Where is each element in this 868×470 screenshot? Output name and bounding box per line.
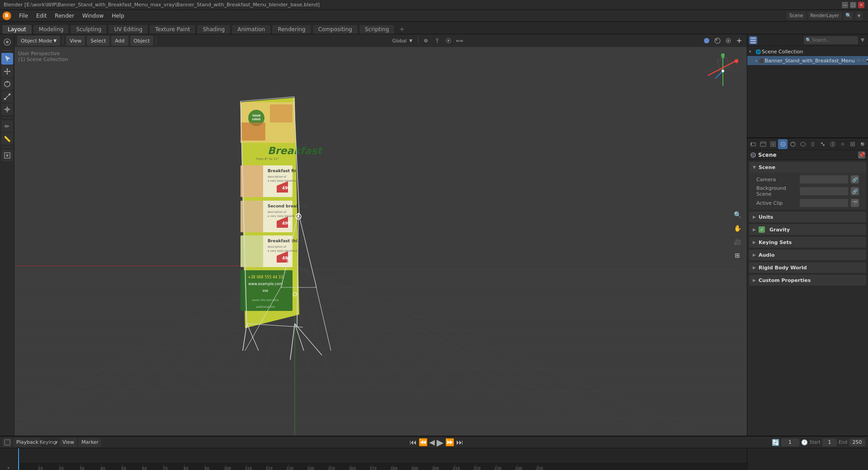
end-frame-field[interactable]: 250 xyxy=(849,438,865,446)
rigid-body-section-header[interactable]: Rigid Body World xyxy=(749,262,866,273)
keying-sets-section-header[interactable]: Keying Sets xyxy=(749,237,866,248)
scene-selector[interactable]: Scene xyxy=(787,12,806,20)
active-clip-field[interactable] xyxy=(800,199,848,207)
magnify-icon[interactable]: 🔍 xyxy=(731,209,743,221)
props-world-icon[interactable] xyxy=(788,139,797,149)
props-output-icon[interactable] xyxy=(758,139,768,149)
props-physics-icon[interactable] xyxy=(828,139,837,149)
add-workspace-button[interactable]: + xyxy=(396,24,408,34)
grid-icon[interactable]: ⊞ xyxy=(731,249,743,261)
camera-field[interactable] xyxy=(800,175,848,183)
playback-menu[interactable]: Playback xyxy=(14,438,41,447)
loop-icon[interactable]: 🔄 xyxy=(772,439,779,446)
add-menu[interactable]: Add xyxy=(111,36,128,46)
outliner-search[interactable]: 🔍 xyxy=(804,36,858,44)
step-back-button[interactable]: ⏪ xyxy=(419,438,428,446)
tab-layout[interactable]: Layout xyxy=(2,24,32,34)
outliner-item-banner[interactable]: ▸ ⬛ Banner_Stand_with_Breakfast_Menu 👁 ↖… xyxy=(747,56,868,65)
viewport-overlays[interactable] xyxy=(723,36,733,46)
gravity-section-header[interactable]: ✓ Gravity xyxy=(749,224,866,235)
object-mode-dropdown[interactable]: Object Mode ▼ xyxy=(17,36,60,46)
search-render-icon[interactable]: 🔍 xyxy=(844,12,854,20)
cursor-tool[interactable] xyxy=(1,53,13,65)
view-menu[interactable]: View xyxy=(66,36,85,46)
viewport-shading-rendered[interactable] xyxy=(712,36,722,46)
hand-icon[interactable]: ✋ xyxy=(731,222,743,234)
props-object-icon[interactable] xyxy=(798,139,807,149)
move-tool[interactable] xyxy=(1,66,13,77)
audio-section-header[interactable]: Audio xyxy=(749,249,866,260)
timeline-ruler[interactable]: 10 20 30 40 50 60 70 80 90 xyxy=(18,448,747,470)
active-clip-link-icon[interactable]: 🎬 xyxy=(851,199,859,207)
outliner-item-scene-collection[interactable]: ▾ 🌐 Scene Collection xyxy=(747,47,868,56)
play-button[interactable]: ▶ xyxy=(437,437,443,448)
gravity-checkbox[interactable]: ✓ xyxy=(759,226,765,233)
start-frame-field[interactable]: 1 xyxy=(822,438,837,446)
outliner-filter-icon[interactable]: ▼ xyxy=(859,36,866,44)
view-menu-tl[interactable]: View xyxy=(60,438,77,447)
select-icon[interactable]: ↖ xyxy=(862,58,865,63)
select-menu[interactable]: Select xyxy=(87,36,109,46)
gizmo-toggle[interactable] xyxy=(734,36,744,46)
custom-props-section-header[interactable]: Custom Properties xyxy=(749,275,866,286)
tab-texture-paint[interactable]: Texture Paint xyxy=(149,24,196,34)
tab-shading[interactable]: Shading xyxy=(197,24,231,34)
props-constraints-icon[interactable] xyxy=(838,139,847,149)
blender-logo[interactable]: B xyxy=(2,11,12,21)
scale-tool[interactable] xyxy=(1,91,13,103)
tab-rendering[interactable]: Rendering xyxy=(272,24,311,34)
global-transform-toggle[interactable]: Global xyxy=(395,36,405,46)
menu-window[interactable]: Window xyxy=(79,12,107,20)
step-forward-button[interactable]: ⏩ xyxy=(445,438,454,446)
properties-scroll-area[interactable]: Scene Camera 🔗 Background Scene xyxy=(747,160,868,436)
tab-sculpting[interactable]: Sculpting xyxy=(70,24,107,34)
jump-start-button[interactable]: ⏮ xyxy=(410,438,417,446)
reverse-play-button[interactable]: ◀ xyxy=(429,438,435,446)
marker-menu[interactable]: Marker xyxy=(79,438,101,447)
camera-icon[interactable]: 🎥 xyxy=(731,236,743,248)
snap-icon[interactable] xyxy=(432,36,442,46)
background-scene-field[interactable] xyxy=(800,187,848,195)
props-render-icon[interactable] xyxy=(748,139,758,149)
tab-uv-editing[interactable]: UV Editing xyxy=(108,24,148,34)
menu-edit[interactable]: Edit xyxy=(33,12,50,20)
tab-compositing[interactable]: Compositing xyxy=(312,24,358,34)
tab-scripting[interactable]: Scripting xyxy=(359,24,395,34)
options-icon[interactable]: ▼ xyxy=(855,12,863,20)
mirror-icon[interactable]: ⟺ xyxy=(455,36,465,46)
viewport-shading-solid[interactable] xyxy=(702,36,712,46)
props-view-layer-icon[interactable] xyxy=(768,139,778,149)
annotate-tool[interactable]: ✏ xyxy=(1,120,13,132)
keying-dropdown[interactable]: ▼ xyxy=(55,440,58,445)
background-scene-link-icon[interactable]: 🔗 xyxy=(851,187,859,195)
navigation-gizmo[interactable] xyxy=(703,51,743,91)
camera-link-icon[interactable]: 🔗 xyxy=(851,175,859,183)
object-menu[interactable]: Object xyxy=(130,36,154,46)
timeline-ruler-area[interactable]: ▸ 10 xyxy=(0,448,868,470)
measure-tool[interactable]: 📏 xyxy=(1,133,13,145)
add-object-tool[interactable] xyxy=(1,150,13,161)
current-frame-field[interactable]: 1 xyxy=(781,438,799,446)
props-material-icon[interactable] xyxy=(858,139,867,149)
close-button[interactable]: ✕ xyxy=(858,2,864,8)
pin-icon[interactable]: 📌 xyxy=(858,151,865,159)
proportional-edit[interactable] xyxy=(443,36,453,46)
maximize-button[interactable]: □ xyxy=(850,2,856,8)
hide-icon[interactable]: 👁 xyxy=(857,58,861,63)
props-scene-icon[interactable] xyxy=(778,139,788,149)
pivot-icon[interactable] xyxy=(421,36,431,46)
jump-end-button[interactable]: ⏭ xyxy=(456,438,463,446)
outliner-icon[interactable] xyxy=(749,36,757,44)
global-dropdown[interactable]: ▼ xyxy=(406,36,416,46)
rotate-tool[interactable] xyxy=(1,78,13,90)
menu-file[interactable]: File xyxy=(15,12,32,20)
viewport-3d[interactable]: YOUR LOGO Breakfast from 8° to 11° Break… xyxy=(14,34,747,436)
props-particles-icon[interactable] xyxy=(818,139,827,149)
props-modifier-icon[interactable] xyxy=(808,139,817,149)
render-icon[interactable]: 📷 xyxy=(866,58,868,63)
units-section-header[interactable]: Units xyxy=(749,212,866,222)
outliner-search-input[interactable] xyxy=(812,38,848,42)
transform-tool[interactable] xyxy=(1,103,13,115)
scene-section-header[interactable]: Scene xyxy=(749,162,866,173)
render-layer-selector[interactable]: RenderLayer xyxy=(808,12,842,20)
